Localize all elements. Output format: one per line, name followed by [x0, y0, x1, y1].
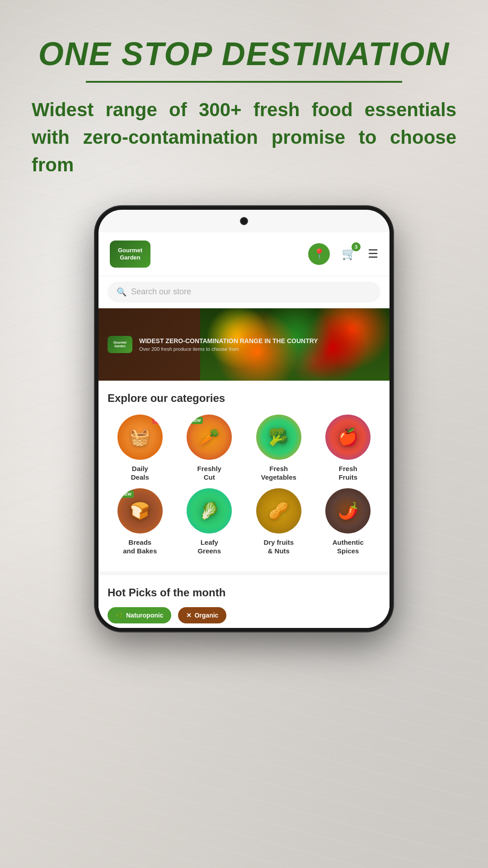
- categories-title: Explore our categories: [108, 392, 380, 405]
- location-button[interactable]: 📍: [308, 243, 330, 265]
- dry-fruits-icon: 🥜: [268, 501, 289, 520]
- camera-dot: [240, 217, 248, 225]
- category-label-freshly-cut: FreshlyCut: [197, 464, 221, 482]
- naturoponic-label: Naturoponic: [126, 612, 163, 619]
- search-bar-container: 🔍 Search our store: [99, 276, 389, 308]
- app-header: Gourmet Garden 📍 🛒 3 ☰: [99, 232, 389, 276]
- daily-deals-icon: 🧺: [130, 428, 150, 447]
- new-badge-breads: NEW: [120, 491, 134, 498]
- category-item-breads-bakes[interactable]: NEW 🍞 Breadsand Bakes: [108, 488, 173, 556]
- app-screen: Gourmet Garden 📍 🛒 3 ☰: [99, 232, 389, 628]
- category-item-fresh-fruits[interactable]: 🍎 FreshFruits: [316, 415, 381, 482]
- header-icons: 📍 🛒 3 ☰: [308, 243, 378, 265]
- hamburger-icon: ☰: [368, 247, 378, 260]
- search-icon: 🔍: [117, 287, 127, 297]
- page-subtitle: Widest range of 300+ fresh food essentia…: [32, 96, 456, 179]
- category-label-fresh-fruits: FreshFruits: [338, 464, 357, 482]
- freshly-cut-icon: 🥕: [199, 428, 220, 447]
- hot-picks-badges: 🌿 Naturoponic ✕ Organic: [108, 607, 380, 623]
- categories-grid: % 🧺 DailyDeals NEW 🥕 FreshlyCut: [108, 415, 380, 556]
- category-circle-spices: 🌶️: [325, 488, 371, 533]
- banner-title: WIDEST ZERO-CONTAMINATION RANGE IN THE C…: [139, 337, 318, 344]
- organic-label: Organic: [194, 612, 218, 619]
- categories-section: Explore our categories % 🧺 DailyDeals: [99, 381, 389, 571]
- breads-icon: 🍞: [130, 501, 150, 520]
- search-placeholder-text: Search our store: [131, 287, 191, 297]
- category-label-leafy: LeafyGreens: [197, 538, 221, 556]
- cart-button[interactable]: 🛒 3: [338, 243, 360, 265]
- category-item-dry-fruits[interactable]: 🥜 Dry fruits& Nuts: [246, 488, 311, 556]
- menu-button[interactable]: ☰: [368, 247, 378, 261]
- naturoponic-icon: 🌿: [116, 612, 123, 619]
- banner-logo: GourmetGarden: [108, 336, 132, 353]
- phone-top-bar: [99, 210, 389, 232]
- category-label-breads: Breadsand Bakes: [123, 538, 157, 556]
- discount-badge: %: [152, 417, 160, 424]
- organic-badge[interactable]: ✕ Organic: [178, 607, 226, 623]
- app-logo: Gourmet Garden: [110, 241, 150, 268]
- location-icon: 📍: [313, 248, 325, 260]
- hot-picks-section: Hot Picks of the month 🌿 Naturoponic ✕ O…: [99, 571, 389, 628]
- fresh-fruits-icon: 🍎: [338, 428, 358, 447]
- fresh-veg-icon: 🥦: [268, 428, 289, 447]
- category-item-authentic-spices[interactable]: 🌶️ AuthenticSpices: [316, 488, 381, 556]
- page-headline: ONE STOP DESTINATION: [38, 36, 450, 72]
- banner-subtitle: Over 200 fresh produce items to choose f…: [139, 346, 318, 352]
- search-input[interactable]: 🔍 Search our store: [108, 282, 380, 302]
- organic-icon: ✕: [186, 612, 192, 619]
- spices-icon: 🌶️: [338, 501, 358, 520]
- category-item-leafy-greens[interactable]: 🥬 LeafyGreens: [177, 488, 242, 556]
- category-label-dry-fruits: Dry fruits& Nuts: [263, 538, 294, 556]
- category-circle-fresh-fruits: 🍎: [325, 415, 371, 460]
- category-label-spices: AuthenticSpices: [333, 538, 364, 556]
- phone-mockup: Gourmet Garden 📍 🛒 3 ☰: [86, 206, 402, 632]
- naturoponic-badge[interactable]: 🌿 Naturoponic: [108, 607, 171, 623]
- headline-divider: [86, 81, 402, 83]
- category-circle-freshly-cut: NEW 🥕: [187, 415, 232, 460]
- category-circle-fresh-veg: 🥦: [256, 415, 301, 460]
- phone-frame: Gourmet Garden 📍 🛒 3 ☰: [95, 206, 393, 632]
- category-item-freshly-cut[interactable]: NEW 🥕 FreshlyCut: [177, 415, 242, 482]
- logo-container: Gourmet Garden: [110, 241, 150, 268]
- promo-banner[interactable]: GourmetGarden WIDEST ZERO-CONTAMINATION …: [99, 308, 389, 381]
- category-circle-breads: NEW 🍞: [117, 488, 163, 533]
- category-label-daily-deals: DailyDeals: [131, 464, 149, 482]
- category-item-fresh-vegetables[interactable]: 🥦 FreshVegetables: [246, 415, 311, 482]
- category-circle-leafy: 🥬: [187, 488, 232, 533]
- category-label-fresh-veg: FreshVegetables: [261, 464, 296, 482]
- hot-picks-title: Hot Picks of the month: [108, 586, 380, 599]
- category-circle-daily-deals: % 🧺: [117, 415, 163, 460]
- new-badge-freshly-cut: NEW: [189, 417, 203, 424]
- cart-badge: 3: [352, 242, 361, 251]
- banner-text: WIDEST ZERO-CONTAMINATION RANGE IN THE C…: [139, 337, 318, 352]
- leafy-icon: 🥬: [199, 501, 220, 520]
- category-circle-dry-fruits: 🥜: [256, 488, 301, 533]
- category-item-daily-deals[interactable]: % 🧺 DailyDeals: [108, 415, 173, 482]
